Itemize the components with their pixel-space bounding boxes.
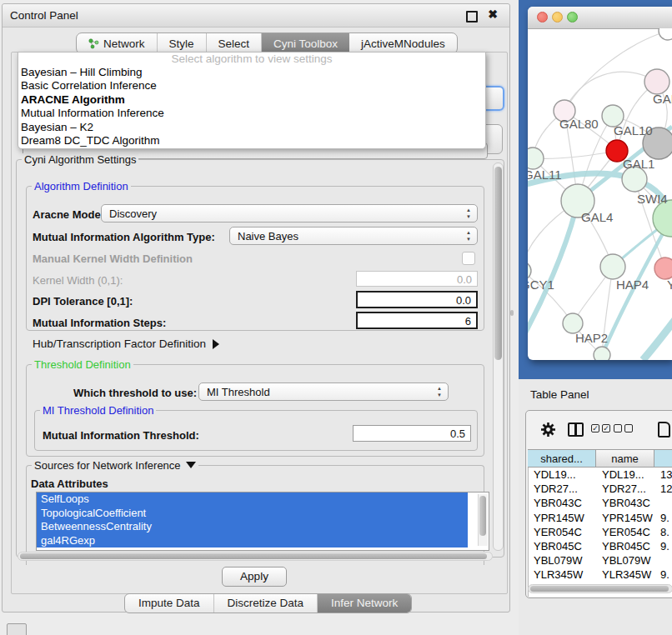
group-title: Algorithm Definition: [32, 180, 131, 192]
close-icon[interactable]: ✖: [488, 8, 498, 21]
network-node[interactable]: [600, 254, 625, 279]
mi-type-label: Mutual Information Algorithm Type:: [33, 231, 215, 243]
tab-label: Network: [103, 38, 145, 50]
mi-steps-field[interactable]: 6: [356, 312, 478, 329]
panel-title: Control Panel: [10, 9, 78, 22]
group-title: MI Threshold Definition: [40, 404, 156, 417]
column-header-clipped[interactable]: [654, 450, 672, 467]
table-settings-button[interactable]: [540, 422, 556, 441]
float-window-icon[interactable]: [466, 11, 478, 22]
data-attribute-item[interactable]: TopologicalCoefficient: [37, 507, 468, 521]
algorithm-option[interactable]: Bayesian – Hill Climbing: [18, 66, 485, 79]
mi-threshold-field[interactable]: 0.5: [353, 425, 471, 442]
mi-threshold-label: Mutual Information Threshold:: [43, 429, 199, 442]
table-row[interactable]: YLR345WYLR345W9.: [529, 568, 672, 582]
algorithm-option[interactable]: Bayesian – K2: [18, 121, 485, 134]
apply-button[interactable]: Apply: [222, 567, 287, 587]
network-window-titlebar[interactable]: [528, 7, 672, 29]
table-row[interactable]: YPR145WYPR145W9.: [529, 511, 672, 525]
table-row[interactable]: YBR043CYBR043C: [529, 496, 672, 510]
tab-label: jActiveMNodules: [361, 38, 445, 50]
kernel-width-label: Kernel Width (0,1):: [33, 274, 123, 287]
data-attribute-item[interactable]: BetweennessCentrality: [37, 520, 468, 534]
table-cell: 9.: [655, 568, 672, 582]
document-icon[interactable]: [658, 422, 670, 438]
gear-icon: [540, 422, 556, 438]
network-node[interactable]: [644, 69, 669, 94]
settings-horizontal-scrollbar[interactable]: [18, 552, 493, 561]
table-body: YDL19...YDL19...13YDR27...YDR27...12YBR0…: [528, 468, 672, 597]
column-header-shared[interactable]: shared...: [528, 450, 596, 467]
data-attributes-list[interactable]: SelfLoopsTopologicalCoefficientBetweenne…: [36, 492, 489, 551]
tab-style[interactable]: Style: [158, 33, 207, 53]
tab-impute-data[interactable]: Impute Data: [125, 594, 214, 612]
algorithm-option[interactable]: Basic Correlation Inference: [18, 79, 485, 92]
panel-splitter-handle[interactable]: [510, 310, 514, 316]
minimize-traffic-light-icon[interactable]: [552, 12, 563, 22]
table-cell: 9.: [655, 511, 672, 525]
cyni-bottom-tabbar: Impute Data Discretize Data Infer Networ…: [124, 593, 412, 613]
list-scrollbar[interactable]: [478, 494, 488, 546]
table-cell: YER054C: [529, 525, 597, 539]
network-node[interactable]: [654, 258, 672, 279]
data-attribute-item[interactable]: gal4RGexp: [37, 534, 468, 548]
split-columns-icon[interactable]: [568, 422, 584, 437]
close-traffic-light-icon[interactable]: [537, 12, 548, 22]
zoom-traffic-light-icon[interactable]: [567, 12, 578, 22]
table-row[interactable]: YBR045CYBR045C9.: [529, 539, 672, 553]
data-attributes-label: Data Attributes: [31, 478, 108, 490]
network-window[interactable]: GALGAL80GAL10GAL1GAL11SWI4GAL4GCY1HAP4YH…: [528, 7, 672, 360]
tab-cyni-toolbox[interactable]: Cyni Toolbox: [262, 33, 349, 53]
scrollbar-thumb[interactable]: [20, 553, 487, 559]
node-label: GAL80: [559, 117, 599, 131]
tab-discretize-data[interactable]: Discretize Data: [214, 594, 318, 612]
table-panel: ✓✓ shared... name YDL19...YDL19...13YDR2…: [525, 410, 672, 598]
algorithm-option[interactable]: ARACNE Algorithm: [18, 93, 485, 107]
scrollbar-thumb[interactable]: [479, 496, 486, 536]
network-node[interactable]: [528, 148, 544, 169]
minimized-panel-chip[interactable]: [7, 623, 27, 635]
hub-definition-toggle[interactable]: Hub/Transcription Factor Definition: [33, 338, 219, 350]
expand-arrow-icon: [213, 339, 219, 349]
data-attribute-item[interactable]: SelfLoops: [37, 492, 468, 507]
table-row[interactable]: YBL079WYBL079W: [529, 553, 672, 568]
which-threshold-select[interactable]: MI Threshold ▲▼: [198, 382, 449, 401]
select-all-columns-button[interactable]: ✓✓: [591, 424, 613, 439]
network-node[interactable]: [659, 28, 672, 40]
dpi-tolerance-field[interactable]: 0.0: [356, 291, 478, 308]
table-horizontal-scrollbar[interactable]: [528, 584, 672, 593]
tab-label: Select: [218, 38, 250, 50]
table-cell: YDR27...: [597, 482, 655, 496]
scrollbar-thumb[interactable]: [494, 167, 502, 360]
algorithm-option[interactable]: Mutual Information Inference: [18, 107, 485, 120]
settings-vertical-scrollbar[interactable]: [493, 162, 504, 551]
table-cell: YLR345W: [529, 568, 597, 582]
mi-type-select[interactable]: Naive Bayes ▲▼: [229, 227, 478, 245]
table-row[interactable]: YDL19...YDL19...13: [529, 468, 672, 482]
table-cell: YDL19...: [529, 468, 597, 482]
algorithm-option[interactable]: Dream8 DC_TDC Algorithm: [18, 134, 485, 148]
aracne-mode-select[interactable]: Discovery ▲▼: [101, 204, 478, 222]
tab-jactivemnodules[interactable]: jActiveMNodules: [349, 33, 457, 53]
table-row[interactable]: YER054CYER054C8.: [529, 525, 672, 539]
node-label: GAL11: [528, 168, 562, 182]
hub-definition-label: Hub/Transcription Factor Definition: [33, 338, 206, 350]
network-canvas[interactable]: GALGAL80GAL10GAL1GAL11SWI4GAL4GCY1HAP4YH…: [528, 28, 672, 360]
manual-kernel-checkbox[interactable]: [462, 252, 475, 265]
column-header-name[interactable]: name: [596, 450, 654, 467]
unchecked-box-icon: [614, 424, 622, 432]
node-label: SWI4: [637, 192, 668, 206]
network-node[interactable]: [594, 347, 610, 360]
deselect-all-columns-button[interactable]: [614, 424, 635, 439]
table-cell: YBR043C: [597, 496, 655, 510]
tab-select[interactable]: Select: [207, 33, 263, 53]
sources-group-title[interactable]: Sources for Network Inference: [32, 459, 198, 472]
table-cell: 12: [655, 482, 672, 496]
tab-network[interactable]: Network: [77, 33, 158, 53]
scrollbar-thumb[interactable]: [530, 586, 669, 592]
kernel-width-field[interactable]: 0.0: [356, 271, 478, 287]
table-row[interactable]: YDR27...YDR27...12: [529, 482, 672, 496]
tab-infer-network[interactable]: Infer Network: [318, 594, 411, 612]
table-cell: YBR043C: [529, 496, 597, 510]
algorithm-placeholder-option[interactable]: Select algorithm to view settings: [18, 52, 485, 66]
